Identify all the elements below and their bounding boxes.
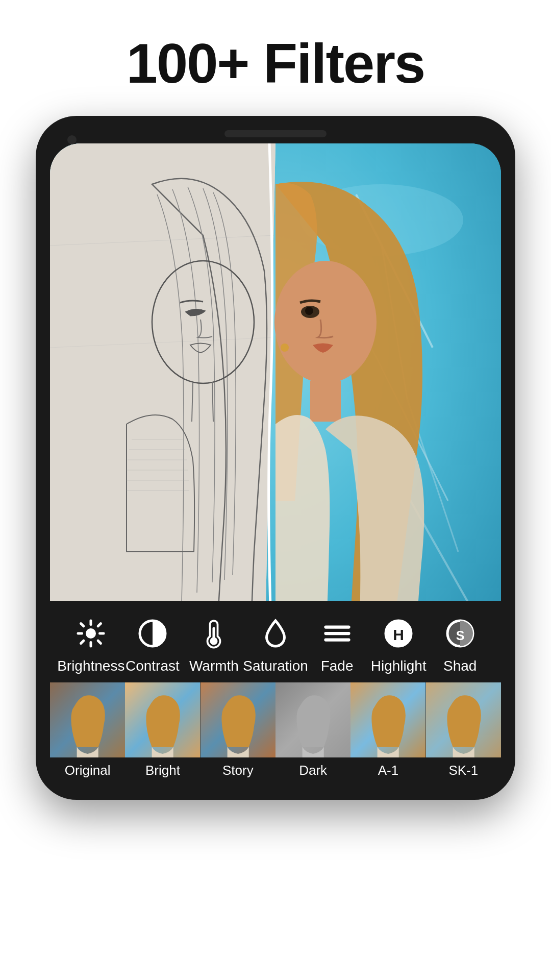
filter-name-bright: Bright bbox=[145, 757, 180, 787]
shadow-icon: S bbox=[442, 615, 479, 652]
image-area[interactable]: BrightnessContrastWarmthSaturationFadeHH… bbox=[50, 143, 501, 787]
phone-notch bbox=[224, 130, 327, 137]
warmth-label: Warmth bbox=[189, 658, 239, 674]
tools-row: BrightnessContrastWarmthSaturationFadeHH… bbox=[50, 601, 501, 682]
bottom-toolbar: BrightnessContrastWarmthSaturationFadeHH… bbox=[50, 601, 501, 787]
svg-rect-11 bbox=[310, 381, 341, 422]
filter-thumb-sk1 bbox=[426, 682, 501, 757]
phone-screen: BrightnessContrastWarmthSaturationFadeHH… bbox=[50, 143, 501, 787]
highlight-label: Highlight bbox=[371, 658, 427, 674]
highlight-icon: H bbox=[380, 615, 417, 652]
filter-thumb-original bbox=[50, 682, 125, 757]
filter-name-story: Story bbox=[222, 757, 254, 787]
contrast-label: Contrast bbox=[126, 658, 180, 674]
tool-item-brightness[interactable]: Brightness bbox=[60, 615, 122, 674]
svg-point-12 bbox=[281, 344, 289, 352]
svg-text:S: S bbox=[456, 628, 464, 642]
svg-line-24 bbox=[81, 623, 84, 626]
filter-name-a1: A-1 bbox=[378, 757, 398, 787]
phone-wrapper: BrightnessContrastWarmthSaturationFadeHH… bbox=[0, 116, 551, 800]
tool-item-shadow[interactable]: SShad bbox=[429, 615, 491, 674]
svg-point-19 bbox=[86, 628, 96, 639]
tool-item-highlight[interactable]: HHighlight bbox=[368, 615, 430, 674]
filter-item-sk1[interactable]: SK-1 bbox=[426, 682, 501, 787]
tool-item-contrast[interactable]: Contrast bbox=[122, 615, 184, 674]
warmth-icon bbox=[195, 615, 232, 652]
svg-line-25 bbox=[98, 641, 101, 643]
svg-line-26 bbox=[81, 641, 84, 643]
header: 100+ Filters bbox=[0, 0, 551, 116]
filter-item-original[interactable]: Original bbox=[50, 682, 125, 787]
filter-thumb-story bbox=[201, 682, 276, 757]
filter-item-bright[interactable]: Bright bbox=[125, 682, 200, 787]
brightness-label: Brightness bbox=[57, 658, 124, 674]
svg-point-10 bbox=[305, 307, 313, 315]
filter-item-a1[interactable]: A-1 bbox=[350, 682, 425, 787]
filter-thumb-a1 bbox=[350, 682, 425, 757]
tool-item-saturation[interactable]: Saturation bbox=[245, 615, 307, 674]
filters-row: Original Bright Story bbox=[50, 682, 501, 787]
saturation-label: Saturation bbox=[243, 658, 308, 674]
tool-item-fade[interactable]: Fade bbox=[306, 615, 368, 674]
fade-label: Fade bbox=[321, 658, 354, 674]
filter-item-dark[interactable]: Dark bbox=[276, 682, 350, 787]
brightness-icon bbox=[72, 615, 109, 652]
saturation-icon bbox=[257, 615, 294, 652]
svg-text:H: H bbox=[393, 626, 404, 643]
contrast-icon bbox=[134, 615, 171, 652]
fade-icon bbox=[319, 615, 356, 652]
filter-name-dark: Dark bbox=[299, 757, 327, 787]
filter-thumb-bright bbox=[125, 682, 200, 757]
svg-line-27 bbox=[98, 623, 101, 626]
filter-thumb-dark bbox=[276, 682, 350, 757]
filter-name-original: Original bbox=[65, 757, 111, 787]
tool-item-warmth[interactable]: Warmth bbox=[183, 615, 245, 674]
filter-name-sk1: SK-1 bbox=[448, 757, 478, 787]
phone-frame: BrightnessContrastWarmthSaturationFadeHH… bbox=[36, 116, 515, 800]
shadow-label: Shad bbox=[443, 658, 477, 674]
page-title: 100+ Filters bbox=[0, 31, 551, 95]
filter-item-story[interactable]: Story bbox=[201, 682, 276, 787]
svg-point-8 bbox=[274, 261, 377, 383]
